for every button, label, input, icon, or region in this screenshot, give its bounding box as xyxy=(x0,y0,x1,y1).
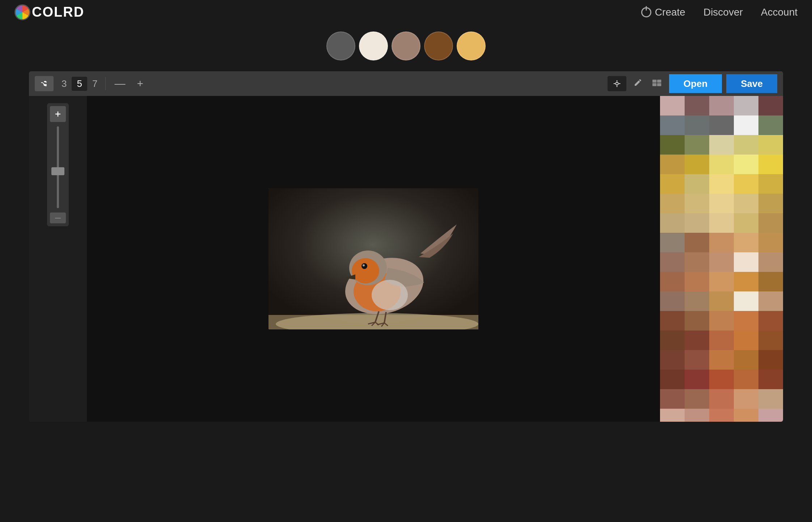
color-cell-25[interactable] xyxy=(660,194,685,213)
color-cell-53[interactable] xyxy=(734,291,758,311)
swatch-2[interactable] xyxy=(392,31,420,60)
color-cell-39[interactable] xyxy=(758,233,783,252)
color-cell-72[interactable] xyxy=(709,370,734,389)
color-cell-55[interactable] xyxy=(660,311,685,331)
color-cell-12[interactable] xyxy=(709,135,734,155)
color-cell-6[interactable] xyxy=(685,115,709,135)
color-cell-10[interactable] xyxy=(660,135,685,155)
color-cell-67[interactable] xyxy=(709,350,734,370)
color-cell-1[interactable] xyxy=(685,96,709,115)
color-cell-17[interactable] xyxy=(709,155,734,174)
color-cell-63[interactable] xyxy=(734,331,758,350)
swatch-1[interactable] xyxy=(359,31,388,60)
color-cell-56[interactable] xyxy=(685,311,709,331)
swatch-3[interactable] xyxy=(424,31,453,60)
color-cell-32[interactable] xyxy=(709,213,734,233)
color-cell-22[interactable] xyxy=(709,174,734,194)
color-cell-74[interactable] xyxy=(758,370,783,389)
num5-button[interactable]: 5 xyxy=(72,77,87,91)
color-cell-84[interactable] xyxy=(758,409,783,422)
color-cell-15[interactable] xyxy=(660,155,685,174)
open-button[interactable]: Open xyxy=(669,74,722,93)
save-button[interactable]: Save xyxy=(726,74,777,93)
color-cell-82[interactable] xyxy=(709,409,734,422)
color-cell-11[interactable] xyxy=(685,135,709,155)
color-cell-66[interactable] xyxy=(685,350,709,370)
color-cell-64[interactable] xyxy=(758,331,783,350)
plus-button[interactable]: + xyxy=(131,77,149,90)
color-cell-78[interactable] xyxy=(734,389,758,409)
color-cell-52[interactable] xyxy=(709,291,734,311)
color-cell-36[interactable] xyxy=(685,233,709,252)
color-cell-27[interactable] xyxy=(709,194,734,213)
color-cell-7[interactable] xyxy=(709,115,734,135)
color-cell-62[interactable] xyxy=(709,331,734,350)
color-cell-47[interactable] xyxy=(709,272,734,291)
color-cell-65[interactable] xyxy=(660,350,685,370)
color-cell-9[interactable] xyxy=(758,115,783,135)
logo[interactable]: COLRD xyxy=(14,4,84,20)
color-cell-77[interactable] xyxy=(709,389,734,409)
color-cell-30[interactable] xyxy=(660,213,685,233)
color-cell-73[interactable] xyxy=(734,370,758,389)
color-cell-57[interactable] xyxy=(709,311,734,331)
color-cell-68[interactable] xyxy=(734,350,758,370)
color-cell-14[interactable] xyxy=(758,135,783,155)
color-cell-20[interactable] xyxy=(660,174,685,194)
color-cell-3[interactable] xyxy=(734,96,758,115)
shuffle-button[interactable] xyxy=(35,76,54,91)
color-cell-61[interactable] xyxy=(685,331,709,350)
nav-create-link[interactable]: Create xyxy=(641,7,685,18)
color-cell-23[interactable] xyxy=(734,174,758,194)
color-cell-75[interactable] xyxy=(660,389,685,409)
color-cell-80[interactable] xyxy=(660,409,685,422)
color-cell-33[interactable] xyxy=(734,213,758,233)
color-cell-76[interactable] xyxy=(685,389,709,409)
color-cell-37[interactable] xyxy=(709,233,734,252)
color-cell-40[interactable] xyxy=(660,252,685,272)
color-cell-41[interactable] xyxy=(685,252,709,272)
color-cell-43[interactable] xyxy=(734,252,758,272)
slider-decrease-button[interactable]: — xyxy=(50,212,66,223)
color-cell-70[interactable] xyxy=(660,370,685,389)
discover-link[interactable]: Discover xyxy=(703,7,743,18)
color-cell-50[interactable] xyxy=(660,291,685,311)
color-cell-58[interactable] xyxy=(734,311,758,331)
color-cell-18[interactable] xyxy=(734,155,758,174)
minus-button[interactable]: — xyxy=(109,77,131,90)
color-cell-69[interactable] xyxy=(758,350,783,370)
color-cell-49[interactable] xyxy=(758,272,783,291)
color-cell-2[interactable] xyxy=(709,96,734,115)
color-cell-81[interactable] xyxy=(685,409,709,422)
color-cell-29[interactable] xyxy=(758,194,783,213)
slider-track[interactable] xyxy=(57,126,59,208)
color-cell-42[interactable] xyxy=(709,252,734,272)
swatch-4[interactable] xyxy=(457,31,486,60)
crosshair-button[interactable] xyxy=(608,76,626,91)
color-cell-19[interactable] xyxy=(758,155,783,174)
color-cell-31[interactable] xyxy=(685,213,709,233)
color-cell-60[interactable] xyxy=(660,331,685,350)
color-cell-79[interactable] xyxy=(758,389,783,409)
color-cell-38[interactable] xyxy=(734,233,758,252)
color-cell-46[interactable] xyxy=(685,272,709,291)
color-cell-0[interactable] xyxy=(660,96,685,115)
color-cell-45[interactable] xyxy=(660,272,685,291)
color-cell-71[interactable] xyxy=(685,370,709,389)
color-cell-51[interactable] xyxy=(685,291,709,311)
color-cell-59[interactable] xyxy=(758,311,783,331)
swatch-0[interactable] xyxy=(326,31,355,60)
palette-button[interactable] xyxy=(650,78,665,89)
color-cell-28[interactable] xyxy=(734,194,758,213)
color-cell-21[interactable] xyxy=(685,174,709,194)
color-cell-34[interactable] xyxy=(758,213,783,233)
color-cell-4[interactable] xyxy=(758,96,783,115)
color-cell-44[interactable] xyxy=(758,252,783,272)
account-link[interactable]: Account xyxy=(761,7,798,18)
color-cell-24[interactable] xyxy=(758,174,783,194)
num7-button[interactable]: 7 xyxy=(87,78,102,89)
color-cell-83[interactable] xyxy=(734,409,758,422)
color-cell-35[interactable] xyxy=(660,233,685,252)
slider-increase-button[interactable] xyxy=(50,106,66,122)
pencil-button[interactable] xyxy=(631,78,645,89)
